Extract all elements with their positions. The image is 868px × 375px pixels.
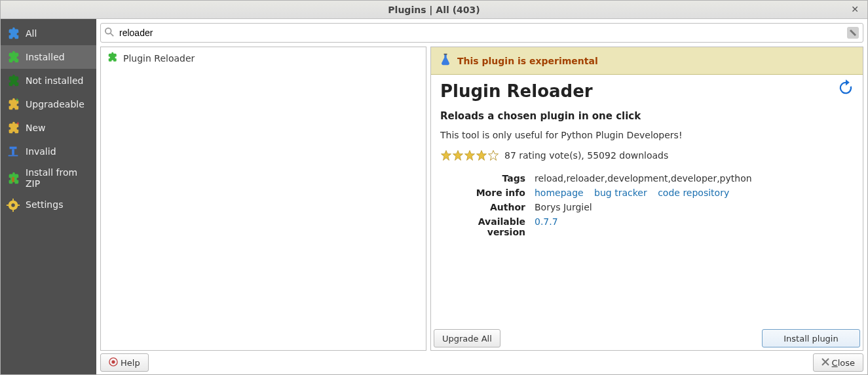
sidebar-item-label: Invalid bbox=[26, 146, 91, 157]
version-link[interactable]: 0.7.7 bbox=[535, 216, 558, 227]
tags-label: Tags bbox=[440, 173, 525, 184]
sidebar: All Installed Not installed Upgradeable bbox=[1, 19, 96, 374]
action-row: Upgrade All Install plugin bbox=[431, 326, 863, 350]
refresh-button[interactable] bbox=[837, 79, 855, 97]
tags-value: reload,reloader,development,developer,py… bbox=[535, 173, 854, 184]
svg-marker-11 bbox=[850, 30, 856, 36]
gear-icon bbox=[6, 198, 20, 212]
sidebar-item-label: Install from ZIP bbox=[26, 167, 91, 189]
main: All Installed Not installed Upgradeable bbox=[1, 19, 867, 374]
search-bar bbox=[100, 23, 863, 43]
sidebar-item-upgradeable[interactable]: Upgradeable bbox=[1, 92, 96, 116]
warning-text: This plugin is experimental bbox=[457, 56, 598, 66]
plugin-name: Plugin Reloader bbox=[123, 53, 195, 64]
author-label: Author bbox=[440, 202, 525, 212]
sidebar-item-settings[interactable]: Settings bbox=[1, 193, 96, 217]
svg-rect-5 bbox=[12, 199, 14, 201]
svg-marker-15 bbox=[465, 151, 475, 161]
svg-marker-13 bbox=[442, 151, 451, 161]
close-label: Close bbox=[832, 358, 855, 368]
sidebar-item-installed[interactable]: Installed bbox=[1, 45, 96, 69]
search-input[interactable] bbox=[119, 28, 847, 38]
rating-text: 87 rating vote(s), 55092 downloads bbox=[504, 150, 668, 161]
plugin-list-item[interactable]: Plugin Reloader bbox=[104, 50, 423, 66]
puzzle-icon bbox=[6, 26, 20, 41]
sidebar-item-label: All bbox=[26, 28, 91, 39]
svg-rect-1 bbox=[9, 155, 18, 157]
svg-marker-0 bbox=[17, 122, 20, 125]
sidebar-item-label: Upgradeable bbox=[26, 99, 91, 110]
help-icon bbox=[109, 357, 118, 368]
zip-icon bbox=[6, 171, 20, 186]
panels: Plugin Reloader This plugin is experimen… bbox=[100, 47, 863, 351]
experimental-warning: This plugin is experimental bbox=[431, 47, 863, 75]
puzzle-upgrade-icon bbox=[6, 97, 20, 111]
title-bar: Plugins | All (403) ✕ bbox=[1, 1, 867, 19]
puzzle-new-icon bbox=[6, 121, 20, 135]
close-button[interactable]: Close bbox=[813, 353, 863, 372]
version-value: 0.7.7 bbox=[535, 216, 854, 237]
puzzle-icon bbox=[106, 51, 118, 65]
bottom-row: Help Close bbox=[100, 351, 863, 372]
svg-marker-17 bbox=[489, 151, 499, 161]
svg-point-4 bbox=[11, 203, 15, 207]
sidebar-item-label: Settings bbox=[26, 199, 91, 210]
moreinfo-label: More info bbox=[440, 188, 525, 198]
version-label: Available version bbox=[440, 216, 525, 237]
svg-marker-16 bbox=[477, 151, 487, 161]
search-icon bbox=[105, 28, 115, 38]
svg-rect-2 bbox=[12, 177, 14, 182]
svg-marker-14 bbox=[453, 151, 463, 161]
rating-row: 87 rating vote(s), 55092 downloads bbox=[440, 149, 854, 161]
svg-rect-7 bbox=[7, 205, 9, 206]
svg-rect-8 bbox=[17, 205, 20, 206]
puzzle-icon bbox=[6, 50, 20, 64]
svg-rect-12 bbox=[444, 54, 447, 55]
sidebar-item-all[interactable]: All bbox=[1, 22, 96, 45]
clear-search-button[interactable] bbox=[847, 27, 859, 39]
svg-point-19 bbox=[111, 360, 115, 363]
sidebar-item-label: Not installed bbox=[26, 75, 91, 87]
sidebar-item-not-installed[interactable]: Not installed bbox=[1, 69, 96, 92]
close-icon bbox=[821, 358, 829, 368]
coderepo-link[interactable]: code repository bbox=[658, 188, 729, 198]
window-title: Plugins | All (403) bbox=[388, 5, 480, 15]
flask-icon bbox=[439, 52, 452, 69]
detail-panel: This plugin is experimental Plugin Reloa… bbox=[430, 47, 863, 351]
meta-table: Tags reload,reloader,development,develop… bbox=[440, 173, 854, 237]
window-close-button[interactable]: ✕ bbox=[849, 3, 861, 15]
results-list[interactable]: Plugin Reloader bbox=[100, 47, 426, 351]
bugtracker-link[interactable]: bug tracker bbox=[594, 188, 647, 198]
sidebar-item-invalid[interactable]: Invalid bbox=[1, 140, 96, 163]
sidebar-item-label: New bbox=[26, 123, 91, 134]
plugin-title: Plugin Reloader bbox=[440, 81, 854, 101]
puzzle-icon bbox=[6, 73, 20, 88]
plugin-description: This tool is only useful for Python Plug… bbox=[440, 130, 854, 140]
upgrade-all-button[interactable]: Upgrade All bbox=[434, 329, 500, 347]
author-value: Borys Jurgiel bbox=[535, 202, 854, 212]
rating-stars bbox=[440, 149, 499, 161]
svg-rect-6 bbox=[12, 209, 14, 212]
homepage-link[interactable]: homepage bbox=[535, 188, 584, 198]
help-button[interactable]: Help bbox=[100, 353, 149, 372]
sidebar-item-label: Installed bbox=[26, 52, 91, 63]
plugin-subtitle: Reloads a chosen plugin in one click bbox=[440, 110, 854, 122]
svg-line-10 bbox=[111, 33, 113, 36]
moreinfo-value: homepage bug tracker code repository bbox=[535, 188, 854, 198]
sidebar-item-install-zip[interactable]: Install from ZIP bbox=[1, 163, 96, 193]
sidebar-item-new[interactable]: New bbox=[1, 116, 96, 140]
puzzle-invalid-icon bbox=[6, 144, 20, 159]
content: Plugin Reloader This plugin is experimen… bbox=[96, 19, 867, 374]
install-plugin-button[interactable]: Install plugin bbox=[762, 329, 860, 347]
svg-point-9 bbox=[105, 28, 111, 34]
